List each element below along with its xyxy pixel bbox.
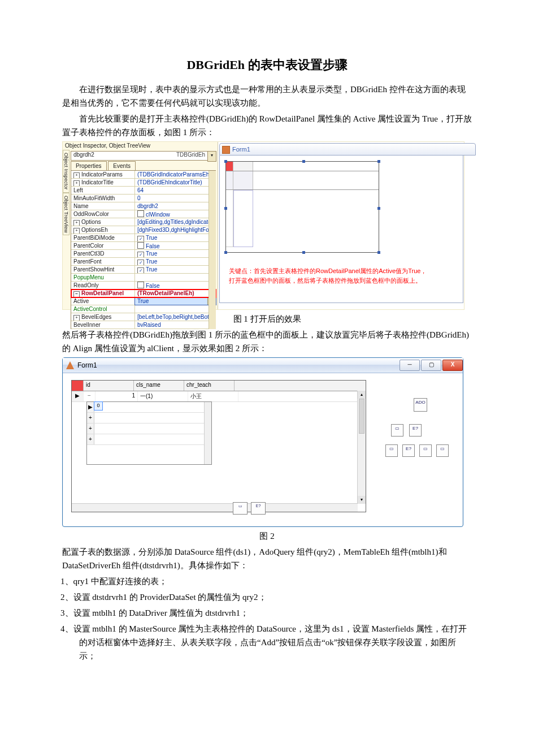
scrollbar[interactable] bbox=[209, 171, 216, 329]
property-row[interactable]: +IndicatorParams(TDBGridIndicatorParamsE… bbox=[71, 171, 216, 179]
hint-text: 关键点：首先设置主表格控件的RowDetailPanel属性的Active值为T… bbox=[229, 266, 456, 285]
property-row[interactable]: ParentCtl3D✓True bbox=[71, 250, 216, 258]
property-row[interactable]: +BevelEdges[beLeft,beTop,beRight,beBotto… bbox=[71, 313, 216, 321]
property-row[interactable]: ParentBiDiMode✓True bbox=[71, 234, 216, 242]
detail-grid[interactable]: ▶ + + + bbox=[86, 401, 212, 465]
app-icon bbox=[66, 361, 74, 369]
indicator-header bbox=[72, 381, 84, 391]
step-item: 4、设置 mtblh1 的 MasterSource 属性为主表格控件的 Dat… bbox=[62, 622, 472, 663]
component-mem-icon[interactable]: ▭ bbox=[419, 444, 432, 457]
property-row[interactable]: PopupMenu bbox=[71, 274, 216, 282]
scroll-down-icon[interactable]: ▾ bbox=[358, 496, 366, 504]
bottom-components: ▭ E? bbox=[233, 502, 266, 515]
minimize-button[interactable]: ─ bbox=[400, 360, 420, 371]
component-ds-icon[interactable]: ▭ bbox=[391, 424, 403, 437]
component-ds2-icon[interactable]: ▭ bbox=[385, 444, 398, 457]
para-3: 然后将子表格控件(DBGridEh)拖放到图 1 所示的蓝色框中的面板上，建议放… bbox=[62, 328, 472, 355]
step-item: 1、qry1 中配置好连接的表； bbox=[62, 574, 472, 588]
object-selector[interactable]: dbgrdh2 TDBGridEh bbox=[71, 151, 208, 161]
inspector-tabs: Properties Events bbox=[71, 161, 136, 170]
titlebar: Form1 ─ ▢ X bbox=[63, 358, 463, 373]
component-drv-icon[interactable]: ▭ bbox=[436, 444, 449, 457]
form-client: id cls_name chr_teach ▶ − 1 一(1) 小王 ▶ + … bbox=[63, 373, 462, 526]
property-row[interactable]: −RowDetailPanel(TRowDetailPanelEh) bbox=[71, 290, 216, 297]
cell-id[interactable]: 1 bbox=[95, 391, 138, 401]
dbgrideh-component[interactable] bbox=[225, 161, 379, 253]
para-4: 配置子表的数据源，分别添加 DataSource 组件(ds1)，AdoQuer… bbox=[62, 545, 472, 572]
bottom-component-2[interactable]: E? bbox=[251, 502, 266, 515]
form-canvas: 关键点：首先设置主表格控件的RowDetailPanel属性的Active值为T… bbox=[219, 155, 463, 303]
property-row[interactable]: Namedbgrdh2 bbox=[71, 202, 216, 210]
object-dropdown-icon[interactable]: ▾ bbox=[207, 151, 216, 162]
component-query-icon[interactable]: E? bbox=[409, 424, 422, 437]
form-designer: Form1 关键点：首先设置主表格控件的RowDetailPanel属性的Act… bbox=[218, 142, 464, 309]
step-item: 3、设置 mtblh1 的 DataDriver 属性值为 dtstdrvrh1… bbox=[62, 606, 472, 620]
property-row[interactable]: +OptionsEh[dghFixed3D,dghHighlightFocus,… bbox=[71, 226, 216, 234]
window-title: Form1 bbox=[77, 361, 398, 369]
property-row[interactable]: +IndicatorTitle(TDBGridEhIndicatorTitle) bbox=[71, 179, 216, 187]
property-row[interactable]: MinAutoFitWidth0 bbox=[71, 195, 216, 202]
figure-1: Object Inspector, Object TreeView Object… bbox=[62, 141, 464, 310]
maximize-button[interactable]: ▢ bbox=[421, 360, 441, 371]
form-window: Form1 ─ ▢ X id cls_name chr_teach ▶ − 1 … bbox=[62, 357, 463, 527]
property-row[interactable]: OddRowColor clWindow bbox=[71, 210, 216, 218]
property-row[interactable]: BevelInnerbvRaised bbox=[71, 321, 216, 329]
form-header[interactable]: Form1 bbox=[219, 143, 476, 155]
property-grid: +IndicatorParams(TDBGridIndicatorParamsE… bbox=[71, 170, 216, 329]
tab-properties[interactable]: Properties bbox=[71, 161, 107, 170]
close-button[interactable]: X bbox=[442, 360, 463, 371]
component-ado-icon[interactable]: ADO bbox=[414, 398, 427, 412]
property-row[interactable]: ParentColor False bbox=[71, 242, 216, 250]
property-row[interactable]: ActiveControl bbox=[71, 305, 216, 313]
cell-clsname[interactable]: 一(1) bbox=[138, 391, 188, 401]
step-item: 2、设置 dtstdrvrh1 的 ProviderDataSet 的属性值为 … bbox=[62, 590, 472, 604]
col-chrteach[interactable]: chr_teach bbox=[184, 381, 235, 391]
object-class: TDBGridEh bbox=[174, 152, 207, 158]
page-title: DBGridEh 的表中表设置步骤 bbox=[62, 57, 472, 74]
edit-cell[interactable]: 0 bbox=[94, 402, 102, 410]
property-row[interactable]: ParentShowHint✓True bbox=[71, 266, 216, 274]
para-1: 在进行数据呈现时，表中表的显示方式也是一种常用的主从表显示类型，DBGridEh… bbox=[62, 83, 472, 110]
side-tab-inspector[interactable]: Object Inspector bbox=[63, 150, 70, 193]
object-name: dbgrdh2 bbox=[71, 152, 94, 158]
col-id[interactable]: id bbox=[84, 381, 134, 391]
figure-2: Form1 ─ ▢ X id cls_name chr_teach ▶ − 1 … bbox=[62, 357, 463, 527]
property-row[interactable]: ParentFont✓True bbox=[71, 258, 216, 266]
property-row[interactable]: Left64 bbox=[71, 187, 216, 195]
vertical-scrollbar[interactable]: ▴ ▾ bbox=[357, 391, 366, 504]
scroll-up-icon[interactable]: ▴ bbox=[358, 391, 366, 399]
component-query2-icon[interactable]: E? bbox=[402, 444, 415, 457]
property-row[interactable]: +Options[dgEditing,dgTitles,dgIndicator,… bbox=[71, 218, 216, 226]
para-2: 首先比较重要的是打开主表格控件(DBGridEh)的 RowDetailPane… bbox=[62, 112, 472, 139]
figure-2-caption: 图 2 bbox=[62, 529, 472, 543]
scroll-thumb[interactable] bbox=[359, 399, 364, 434]
property-row[interactable]: ActiveTrue▾ bbox=[71, 297, 216, 305]
col-clsname[interactable]: cls_name bbox=[134, 381, 184, 391]
side-tabs: Object Inspector Object TreeView bbox=[63, 150, 70, 308]
tab-events[interactable]: Events bbox=[108, 161, 136, 170]
steps-list: 1、qry1 中配置好连接的表；2、设置 dtstdrvrh1 的 Provid… bbox=[62, 574, 472, 663]
property-row[interactable]: ReadOnly False bbox=[71, 282, 216, 290]
bottom-component-1[interactable]: ▭ bbox=[233, 502, 248, 515]
expand-icon[interactable]: − bbox=[84, 391, 95, 401]
row-indicator: ▶ bbox=[72, 391, 84, 401]
horizontal-scrollbar[interactable] bbox=[72, 503, 358, 512]
master-grid[interactable]: id cls_name chr_teach ▶ − 1 一(1) 小王 ▶ + … bbox=[71, 380, 366, 512]
side-tab-treeview[interactable]: Object TreeView bbox=[63, 193, 70, 236]
cell-chrteach[interactable]: 小王 bbox=[188, 391, 238, 401]
